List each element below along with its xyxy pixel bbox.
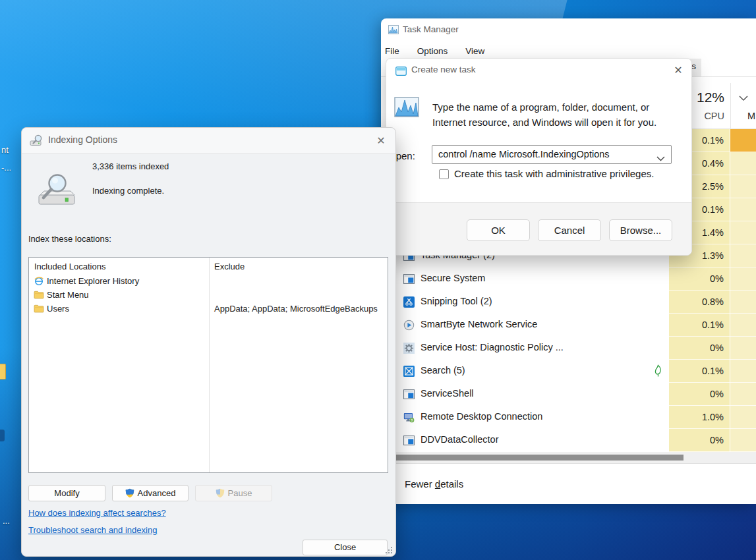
process-memory-cell (730, 291, 756, 314)
combo-dropdown-icon[interactable] (656, 152, 665, 157)
dialog-description: Type the name of a program, folder, docu… (432, 99, 683, 130)
process-name: Search (5) (421, 365, 465, 376)
process-cpu-value: 0% (669, 337, 730, 360)
close-button[interactable]: Close (303, 540, 388, 555)
sort-chevron-down-icon[interactable] (738, 92, 749, 99)
process-row[interactable]: ServiceShell0% (381, 383, 756, 406)
admin-privileges-label: Create this task with administrative pri… (454, 168, 654, 179)
open-combobox[interactable]: control /name Microsoft.IndexingOptions (432, 145, 672, 164)
process-name: Snipping Tool (2) (421, 296, 492, 306)
cancel-button[interactable]: Cancel (538, 219, 601, 241)
process-row[interactable]: Remote Desktop Connection1.0% (381, 406, 756, 429)
location-row[interactable]: Start Menu (29, 289, 388, 302)
column-header-exclude: Exclude (214, 262, 245, 271)
dialog-footer: OK Cancel Browse... (386, 202, 691, 255)
scrollbar-thumb[interactable] (381, 455, 683, 461)
process-row[interactable]: Search (5)0.1% (381, 360, 756, 383)
advanced-button[interactable]: Advanced (112, 485, 189, 501)
process-row[interactable]: Secure System0% (381, 267, 756, 291)
process-memory-cell (730, 244, 756, 267)
admin-privileges-checkbox[interactable] (439, 169, 449, 179)
desktop-icon-label-fragment: nt (1, 145, 9, 155)
menu-file[interactable]: File (385, 43, 399, 59)
troubleshoot-link[interactable]: Troubleshoot search and indexing (28, 525, 157, 535)
index-locations-label: Index these locations: (28, 234, 111, 244)
smartbyte-icon (403, 320, 415, 331)
run-window-icon (395, 67, 407, 76)
horizontal-scrollbar[interactable] (381, 452, 756, 463)
task-manager-icon (388, 24, 399, 35)
column-header-memory-fragment[interactable]: M (747, 111, 755, 121)
create-new-task-dialog: Create new task ✕ Type the name of a pro… (386, 58, 692, 256)
process-memory-cell (730, 267, 756, 291)
process-memory-cell (730, 221, 756, 244)
uac-shield-icon (125, 488, 134, 498)
process-row[interactable]: DDVDataCollector0% (381, 429, 756, 452)
process-memory-cell (730, 383, 756, 406)
process-cpu-value: 0% (669, 383, 730, 406)
browse-button[interactable]: Browse... (609, 219, 672, 241)
process-memory-cell (730, 175, 756, 198)
location-name: Users (47, 304, 69, 314)
indexing-options-window: Indexing Options ✕ 3,336 items indexed I… (21, 127, 396, 557)
menu-view[interactable]: View (465, 43, 484, 59)
process-row[interactable]: SmartByte Network Service0.1% (381, 314, 756, 337)
process-name: SmartByte Network Service (421, 319, 537, 329)
folder-icon[interactable] (0, 364, 6, 379)
process-memory-cell (730, 314, 756, 337)
pause-button: Pause (195, 485, 272, 501)
desktop-icon-label-fragment: ... (3, 516, 10, 526)
location-name: Internet Explorer History (47, 276, 139, 286)
folder-icon (34, 290, 44, 300)
location-row[interactable]: UsersAppData; AppData; MicrosoftEdgeBack… (29, 302, 388, 316)
indexing-status: Indexing complete. (92, 186, 164, 196)
process-memory-cell (730, 152, 756, 175)
process-cpu-value: 0.8% (669, 291, 730, 314)
index-drive-search-icon (35, 173, 77, 208)
locations-listbox[interactable]: Included Locations Exclude Internet Expl… (28, 257, 388, 473)
help-link-indexing-searches[interactable]: How does indexing affect searches? (28, 508, 166, 518)
modify-button[interactable]: Modify (28, 485, 105, 501)
process-cpu-value: 1.0% (669, 406, 730, 429)
process-memory-cell (730, 129, 756, 152)
process-cpu-value: 0% (669, 267, 730, 291)
process-name: Service Host: Diagnostic Policy ... (421, 342, 564, 352)
ok-button[interactable]: OK (467, 219, 530, 241)
snipping-tool-icon (403, 296, 415, 308)
process-cpu-value: 0.1% (669, 360, 730, 383)
menu-bar: FileOptionsView (385, 43, 484, 59)
fewer-details-toggle[interactable]: Fewer details (405, 478, 463, 490)
process-row[interactable]: Snipping Tool (2)0.8% (381, 291, 756, 314)
eco-leaf-icon (653, 364, 663, 378)
window-title: Task Manager (403, 24, 459, 34)
close-icon[interactable]: ✕ (670, 63, 687, 78)
app-window-icon (403, 273, 415, 285)
menu-options[interactable]: Options (417, 43, 448, 59)
process-row[interactable]: Service Host: Diagnostic Policy ...0% (381, 337, 756, 360)
process-memory-cell (730, 337, 756, 360)
process-memory-cell (730, 429, 756, 452)
app-window-icon (403, 435, 415, 446)
close-icon[interactable]: ✕ (372, 133, 390, 149)
uac-shield-icon (216, 488, 225, 498)
desktop-icon-label-fragment: -... (1, 163, 11, 173)
gear-icon (403, 343, 415, 354)
column-header-included-locations: Included Locations (34, 262, 105, 271)
process-memory-cell (730, 406, 756, 429)
process-cpu-value: 0.1% (669, 314, 730, 337)
dialog-title: Create new task (411, 65, 476, 74)
process-memory-cell (730, 198, 756, 221)
resize-grip[interactable] (386, 547, 392, 553)
open-combobox-value: control /name Microsoft.IndexingOptions (438, 149, 610, 159)
search-box-icon (403, 366, 415, 377)
indexing-options-icon (30, 134, 44, 146)
window-title: Indexing Options (48, 134, 117, 145)
desktop: nt -... ... Task Manager FileOptionsView… (0, 0, 756, 560)
process-memory-cell (730, 360, 756, 383)
location-row[interactable]: Internet Explorer History (29, 275, 388, 289)
process-name: DDVDataCollector (421, 434, 498, 445)
location-exclude: AppData; AppData; MicrosoftEdgeBackups (214, 304, 378, 314)
process-name: Remote Desktop Connection (421, 411, 542, 422)
process-cpu-value: 0% (669, 429, 730, 452)
desktop-icon-fragment[interactable] (0, 430, 5, 441)
